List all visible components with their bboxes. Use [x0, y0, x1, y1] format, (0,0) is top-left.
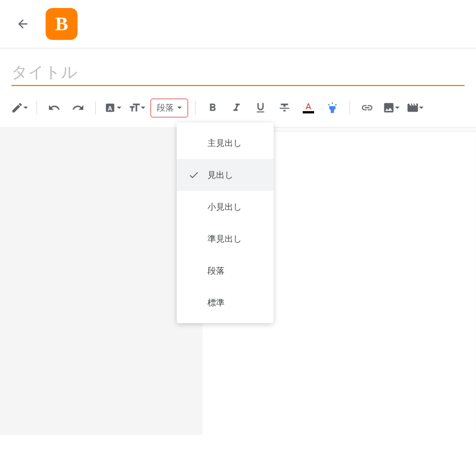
dropdown-item-label: 小見出し: [208, 202, 242, 213]
strikethrough-button[interactable]: [274, 97, 295, 118]
bold-button[interactable]: [202, 97, 223, 118]
highlight-icon: [326, 101, 339, 114]
image-button[interactable]: [381, 97, 401, 118]
chevron-down-icon: [141, 107, 145, 109]
underline-icon: [254, 101, 267, 114]
chevron-down-icon: [23, 107, 28, 109]
paragraph-style-button[interactable]: 段落: [150, 99, 188, 117]
dropdown-item-label: 段落: [208, 266, 225, 276]
video-button[interactable]: [405, 97, 425, 118]
chevron-down-icon: [419, 107, 424, 109]
chevron-down-icon: [117, 107, 121, 109]
font-family-button[interactable]: A: [103, 97, 123, 118]
app-header: B: [0, 0, 476, 48]
dropdown-item-main-heading[interactable]: 主見出し: [177, 127, 274, 159]
blogger-logo: B: [46, 8, 78, 40]
divider: [349, 101, 350, 115]
color-underline: [303, 111, 314, 113]
paragraph-label: 段落: [157, 103, 174, 113]
chevron-down-icon: [177, 107, 182, 109]
dropdown-item-minor-heading[interactable]: 準見出し: [177, 223, 274, 255]
divider: [95, 101, 96, 115]
dropdown-item-label: 標準: [208, 298, 225, 308]
font-size-button[interactable]: [127, 97, 147, 118]
dropdown-item-heading[interactable]: 見出し: [177, 159, 274, 191]
chevron-down-icon: [395, 107, 400, 109]
font-icon: A: [104, 101, 117, 114]
dropdown-item-paragraph[interactable]: 段落: [177, 255, 274, 287]
title-input[interactable]: [11, 60, 465, 86]
dropdown-item-label: 主見出し: [208, 138, 242, 149]
italic-icon: [230, 101, 243, 114]
svg-text:A: A: [108, 105, 112, 112]
text-size-icon: [128, 101, 141, 114]
editor-toolbar: A 段落 主見出し: [0, 86, 476, 127]
title-area: [0, 48, 476, 86]
redo-icon: [72, 101, 84, 114]
undo-button[interactable]: [44, 97, 64, 118]
check-icon: [188, 169, 200, 181]
video-icon: [406, 101, 419, 114]
text-color-button[interactable]: [298, 97, 319, 118]
divider: [195, 101, 196, 115]
undo-icon: [48, 101, 60, 114]
italic-button[interactable]: [226, 97, 247, 118]
editor-margin-left: [0, 127, 202, 435]
link-icon: [361, 101, 373, 114]
image-icon: [383, 101, 395, 114]
dropdown-item-label: 準見出し: [208, 234, 242, 245]
strikethrough-icon: [278, 101, 291, 114]
edit-mode-button[interactable]: [9, 97, 30, 118]
paragraph-dropdown: 主見出し 見出し 小見出し 準見出し 段落 標準: [177, 123, 274, 323]
pencil-icon: [11, 101, 23, 114]
arrow-left-icon: [16, 17, 30, 31]
link-button[interactable]: [357, 97, 377, 118]
bold-icon: [206, 101, 219, 114]
dropdown-item-normal[interactable]: 標準: [177, 287, 274, 319]
dropdown-item-label: 見出し: [208, 170, 233, 181]
dropdown-item-sub-heading[interactable]: 小見出し: [177, 191, 274, 223]
logo-letter: B: [55, 13, 68, 35]
redo-button[interactable]: [68, 97, 88, 118]
underline-button[interactable]: [250, 97, 271, 118]
back-button[interactable]: [11, 13, 34, 35]
divider: [36, 101, 37, 115]
highlight-button[interactable]: [322, 97, 343, 118]
